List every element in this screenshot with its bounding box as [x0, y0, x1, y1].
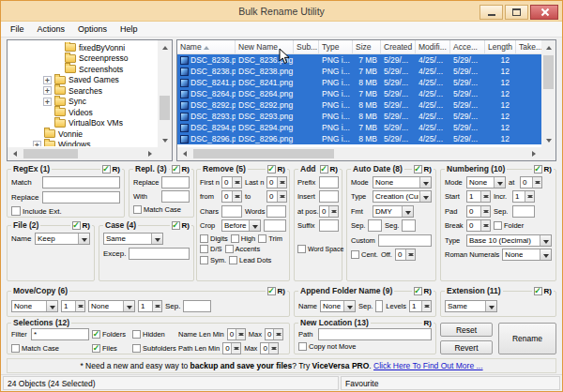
roman-numerals-select[interactable]: None: [502, 249, 552, 261]
tree-item[interactable]: + Searches: [8, 85, 157, 97]
regex-enable-checkbox[interactable]: [102, 165, 111, 173]
case-reset-link[interactable]: R): [182, 221, 190, 230]
move-copy-sep-input[interactable]: [183, 300, 211, 312]
replace-match-case-checkbox[interactable]: Match Case: [133, 205, 181, 214]
tree-item[interactable]: + Saved Games: [8, 75, 157, 86]
replace-enable-checkbox[interactable]: [172, 165, 180, 173]
file-row[interactable]: DSC_8236.png DSC_8236.png PNG i... 7 MB …: [177, 54, 541, 66]
numbering-type-select[interactable]: Base 10 (Decimal): [466, 234, 552, 247]
tree-expander-icon[interactable]: +: [43, 86, 52, 95]
file-row[interactable]: DSC_8264.png DSC_8264.png PNG i... 7 MB …: [177, 88, 541, 99]
scroll-thumb[interactable]: [160, 96, 170, 120]
scroll-track[interactable]: [158, 53, 172, 134]
high-checkbox[interactable]: High: [231, 234, 255, 243]
scroll-down-button[interactable]: [158, 134, 172, 147]
list-vertical-scrollbar[interactable]: [541, 40, 555, 147]
numbering-start-spinner[interactable]: 1: [466, 190, 491, 203]
move-copy-reset-link[interactable]: R): [278, 287, 285, 295]
numbering-mode-select[interactable]: None: [466, 176, 506, 188]
regex-reset-link[interactable]: R): [113, 165, 120, 173]
column-header-modified[interactable]: Modifi...: [416, 40, 450, 53]
tree-vertical-scrollbar[interactable]: [158, 40, 172, 147]
append-folder-reset-link[interactable]: R): [424, 287, 432, 295]
numbering-incr-spinner[interactable]: 1: [512, 190, 535, 203]
from-spinner[interactable]: 0: [221, 190, 242, 203]
regex-include-ext-checkbox[interactable]: Include Ext.: [11, 206, 62, 216]
first-n-spinner[interactable]: 0: [221, 176, 242, 188]
trim-checkbox[interactable]: Trim: [258, 234, 282, 243]
file-row[interactable]: DSC_8292.png DSC_8292.png PNG i... 8 MB …: [177, 99, 541, 111]
tree-item[interactable]: VirtualBox VMs: [8, 118, 157, 129]
file-reset-link[interactable]: R): [83, 221, 90, 230]
file-enable-checkbox[interactable]: [72, 221, 81, 230]
words-input[interactable]: [266, 205, 286, 218]
column-header-name[interactable]: Name: [177, 40, 236, 53]
last-n-spinner[interactable]: 0: [266, 176, 287, 188]
scroll-thumb[interactable]: [23, 149, 78, 158]
replace-reset-link[interactable]: R): [182, 165, 190, 173]
move-copy-n1-spinner[interactable]: 1: [61, 300, 85, 312]
tree-expander-icon[interactable]: +: [43, 76, 52, 84]
tree-horizontal-scrollbar[interactable]: [8, 147, 158, 160]
column-header-size[interactable]: Size: [353, 40, 381, 53]
regex-match-input[interactable]: [42, 176, 120, 188]
menu-options[interactable]: Options: [71, 23, 114, 36]
rename-button[interactable]: Rename: [498, 323, 556, 354]
column-header-accessed[interactable]: Acce...: [450, 40, 485, 53]
numbering-sep-input[interactable]: [512, 205, 535, 218]
insert-input[interactable]: [319, 190, 339, 203]
scroll-track[interactable]: [22, 147, 144, 160]
append-name-select[interactable]: None: [320, 300, 356, 312]
to-spinner[interactable]: 0: [266, 190, 287, 203]
hidden-checkbox[interactable]: Hidden: [132, 330, 175, 339]
file-row[interactable]: DSC_8296.png DSC_8296.png PNG i... 8 MB …: [177, 133, 541, 144]
tree-item[interactable]: Videos: [8, 107, 157, 118]
date-fmt-select[interactable]: DMY: [373, 205, 414, 218]
extension-enable-checkbox[interactable]: [534, 287, 542, 295]
tree-item[interactable]: + Windows: [8, 140, 157, 147]
word-space-checkbox[interactable]: Word Space: [297, 245, 343, 253]
tree-item[interactable]: + Sync: [8, 97, 157, 108]
files-checkbox[interactable]: Files: [92, 344, 129, 353]
scroll-track[interactable]: [191, 147, 527, 160]
subfolders-checkbox[interactable]: Subfolders: [132, 344, 175, 353]
title-bar[interactable]: Bulk Rename Utility: [1, 1, 562, 22]
copy-not-move-checkbox[interactable]: Copy not Move: [298, 342, 356, 351]
move-copy-mode2-select[interactable]: None: [88, 300, 135, 312]
date-sep-input[interactable]: [368, 219, 382, 232]
chars-input[interactable]: [221, 205, 242, 218]
tree-expander-icon[interactable]: +: [33, 141, 41, 146]
move-copy-enable-checkbox[interactable]: [267, 287, 276, 295]
scroll-down-button[interactable]: [541, 134, 555, 147]
double-space-checkbox[interactable]: D/S: [200, 245, 222, 253]
add-enable-checkbox[interactable]: [320, 165, 328, 173]
close-button[interactable]: [530, 5, 558, 20]
file-row[interactable]: DSC_8241.png DSC_8241.png PNG i... 8 MB …: [177, 77, 541, 88]
append-levels-spinner[interactable]: 1: [409, 300, 432, 312]
file-name-select[interactable]: Keep: [35, 233, 90, 245]
list-horizontal-scrollbar[interactable]: [177, 147, 541, 160]
numbering-folder-checkbox[interactable]: Folder: [494, 221, 524, 230]
date-mode-select[interactable]: None: [373, 176, 432, 188]
case-mode-select[interactable]: Same: [103, 233, 163, 245]
numbering-enable-checkbox[interactable]: [534, 165, 542, 173]
file-row[interactable]: DSC_8294.png DSC_8294.png PNG i... 7 MB …: [177, 122, 541, 133]
scroll-left-button[interactable]: [177, 147, 191, 160]
auto-date-enable-checkbox[interactable]: [414, 165, 422, 173]
date-custom-input[interactable]: [378, 234, 432, 247]
case-exceptions-input[interactable]: [129, 248, 190, 260]
path-len-max-spinner[interactable]: 0: [260, 342, 279, 354]
symbols-checkbox[interactable]: Sym.: [200, 256, 226, 264]
suffix-input[interactable]: [319, 219, 339, 232]
new-location-reset-link[interactable]: R): [424, 319, 432, 327]
name-len-min-spinner[interactable]: 0: [227, 328, 246, 340]
auto-date-reset-link[interactable]: R): [424, 165, 432, 173]
remove-enable-checkbox[interactable]: [267, 165, 276, 173]
move-copy-mode1-select[interactable]: None: [11, 300, 58, 312]
column-header-sub[interactable]: Sub...: [294, 40, 319, 53]
maximize-button[interactable]: [505, 5, 528, 20]
remove-reset-link[interactable]: R): [278, 165, 285, 173]
digits-checkbox[interactable]: Digits: [200, 234, 228, 243]
scroll-right-button[interactable]: [144, 147, 158, 160]
extension-reset-link[interactable]: R): [544, 287, 552, 295]
